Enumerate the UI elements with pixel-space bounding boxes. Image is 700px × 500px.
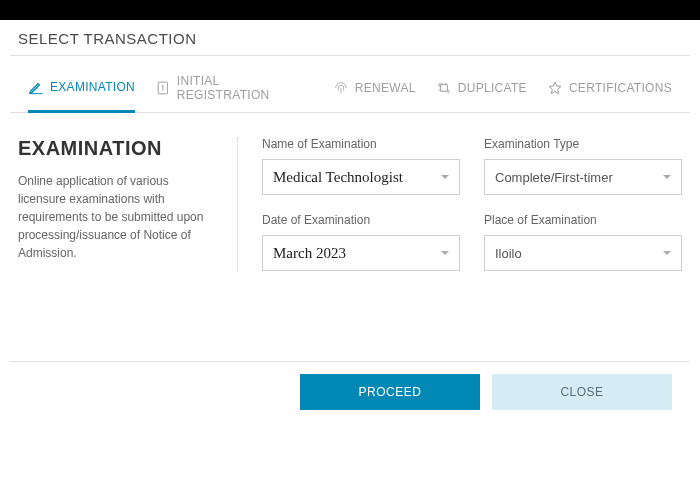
field-examination-type: Examination Type Complete/First-timer — [484, 137, 682, 195]
select-value: Complete/First-timer — [495, 170, 613, 185]
field-date-of-examination: Date of Examination March 2023 — [262, 213, 460, 271]
tab-label: EXAMINATION — [50, 80, 135, 94]
chevron-down-icon — [441, 251, 449, 255]
tab-examination[interactable]: EXAMINATION — [28, 74, 135, 113]
chevron-down-icon — [663, 251, 671, 255]
pencil-icon — [28, 79, 44, 95]
fingerprint-icon — [333, 80, 349, 96]
field-name-of-examination: Name of Examination Medical Technologist — [262, 137, 460, 195]
page-title: SELECT TRANSACTION — [0, 20, 700, 55]
tab-duplicate[interactable]: DUPLICATE — [436, 74, 527, 112]
star-icon — [547, 80, 563, 96]
select-value: Medical Technologist — [273, 169, 403, 186]
field-label: Examination Type — [484, 137, 682, 151]
tab-certifications[interactable]: CERTIFICATIONS — [547, 74, 672, 112]
close-button[interactable]: CLOSE — [492, 374, 672, 410]
tab-label: RENEWAL — [355, 81, 416, 95]
footer-actions: PROCEED CLOSE — [10, 361, 690, 422]
section-description: Online application of various licensure … — [18, 172, 219, 262]
select-value: Iloilo — [495, 246, 522, 261]
tab-initial-registration[interactable]: INITIAL REGISTRATION — [155, 74, 313, 112]
place-of-examination-select[interactable]: Iloilo — [484, 235, 682, 271]
form-fields: Name of Examination Medical Technologist… — [262, 137, 682, 271]
svg-marker-1 — [549, 82, 561, 94]
select-value: March 2023 — [273, 245, 346, 262]
field-label: Place of Examination — [484, 213, 682, 227]
tab-label: CERTIFICATIONS — [569, 81, 672, 95]
examination-type-select[interactable]: Complete/First-timer — [484, 159, 682, 195]
field-label: Date of Examination — [262, 213, 460, 227]
field-label: Name of Examination — [262, 137, 460, 151]
name-of-examination-select[interactable]: Medical Technologist — [262, 159, 460, 195]
sidebar-description: EXAMINATION Online application of variou… — [18, 137, 238, 271]
document-one-icon — [155, 80, 171, 96]
duplicate-icon — [436, 80, 452, 96]
chevron-down-icon — [441, 175, 449, 179]
section-heading: EXAMINATION — [18, 137, 219, 160]
content-area: EXAMINATION Online application of variou… — [0, 113, 700, 281]
tab-label: DUPLICATE — [458, 81, 527, 95]
top-black-bar — [0, 0, 700, 20]
tab-bar: EXAMINATION INITIAL REGISTRATION RENEWAL… — [10, 56, 690, 113]
proceed-button[interactable]: PROCEED — [300, 374, 480, 410]
chevron-down-icon — [663, 175, 671, 179]
date-of-examination-select[interactable]: March 2023 — [262, 235, 460, 271]
tab-label: INITIAL REGISTRATION — [177, 74, 313, 102]
tab-renewal[interactable]: RENEWAL — [333, 74, 416, 112]
field-place-of-examination: Place of Examination Iloilo — [484, 213, 682, 271]
